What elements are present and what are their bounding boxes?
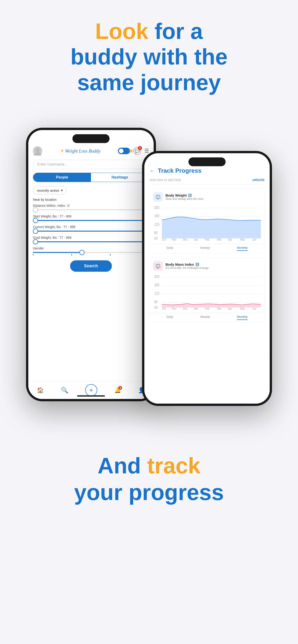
svg-text:Jun: Jun: [252, 307, 256, 310]
svg-text:80: 80: [154, 300, 158, 304]
start-weight-slider-row: Start Weight, lbs : 77 - 999: [33, 214, 149, 221]
bmi-icon: ⚖️: [153, 261, 163, 271]
daily-tab-bw[interactable]: Daily: [166, 246, 173, 251]
filter-row: recently active ▾: [33, 186, 149, 194]
goal-weight-thumb[interactable]: [33, 239, 38, 244]
right-phone-content: ← Track Progress click here to add track…: [144, 153, 270, 404]
chat-badge: 1: [138, 146, 142, 150]
weekly-tab-bw[interactable]: Weekly: [200, 246, 210, 251]
bottom-heading: And track your progress: [74, 452, 224, 506]
back-arrow-icon[interactable]: ←: [149, 168, 155, 174]
hero-section: Look for a buddy with the same journey: [70, 18, 227, 95]
current-weight-track[interactable]: [33, 231, 149, 232]
gender-tick-1: [33, 254, 34, 256]
svg-point-1: [34, 152, 41, 156]
svg-text:80: 80: [154, 231, 158, 235]
gender-tick-2: [72, 254, 72, 256]
bell-badge: 4: [118, 386, 122, 390]
search-button[interactable]: Search: [70, 260, 112, 272]
body-weight-icon: ⚖️: [153, 192, 163, 202]
menu-icon[interactable]: ☰: [144, 148, 149, 154]
gender-thumb[interactable]: [79, 250, 85, 255]
current-weight-slider-row: Current Weight, lbs : 77 - 999: [33, 225, 149, 232]
tab-people[interactable]: People: [33, 173, 91, 182]
search-nav-icon[interactable]: 🔍: [61, 387, 68, 394]
svg-text:200: 200: [154, 206, 159, 210]
svg-text:Apr: Apr: [228, 307, 232, 310]
distance-track[interactable]: [33, 209, 149, 210]
right-phone-notch: [188, 158, 226, 166]
svg-text:May: May: [240, 238, 245, 241]
chevron-down-icon: ▾: [61, 188, 63, 192]
gender-ticks: [33, 254, 149, 256]
gender-tick-3: [110, 254, 111, 256]
right-phone: ← Track Progress click here to add track…: [142, 151, 272, 406]
tab-hashtags[interactable]: Hashtags: [91, 173, 149, 182]
svg-text:May: May: [240, 307, 245, 310]
phone-notch: [72, 134, 110, 143]
daily-tab-bmi[interactable]: Daily: [166, 315, 173, 320]
track-header: ← Track Progress: [149, 167, 264, 174]
app-header: ☀ Weight Loss Buddy ☀️ 💬 1 ☰: [33, 146, 149, 156]
bmi-chart: 200 160 120 80 40 Oct: [150, 273, 264, 310]
bmi-info-icon[interactable]: ℹ️: [195, 263, 199, 266]
start-weight-thumb[interactable]: [33, 218, 38, 223]
distance-label: Distance Within, miles : 0: [33, 204, 149, 208]
goal-weight-label: Goal Weight, lbs : 77 - 999: [33, 236, 149, 240]
bell-nav-button[interactable]: 🔔 4: [114, 387, 121, 394]
username-input[interactable]: Enter Username...: [33, 160, 149, 169]
left-phone: ☀ Weight Loss Buddy ☀️ 💬 1 ☰: [26, 128, 156, 401]
add-nav-button[interactable]: +: [85, 384, 97, 396]
gender-section: Gender: [33, 246, 149, 256]
svg-text:120: 120: [154, 292, 159, 296]
body-weight-info: Body Weight ℹ️ Slow and steady wins the …: [165, 193, 204, 200]
distance-thumb[interactable]: [33, 207, 38, 212]
svg-text:160: 160: [154, 283, 159, 287]
update-button[interactable]: UPDATE: [252, 178, 264, 182]
svg-text:Apr: Apr: [228, 238, 232, 241]
svg-text:Jan: Jan: [194, 307, 198, 310]
bmi-card: ⚖️ Body Mass Index ℹ️ It's not a diet. I…: [149, 258, 264, 322]
goal-weight-track[interactable]: [33, 241, 149, 242]
monthly-tab-bmi[interactable]: Monthly: [237, 315, 248, 320]
goal-weight-slider-row: Goal Weight, lbs : 77 - 999: [33, 236, 149, 242]
svg-point-0: [36, 148, 40, 152]
svg-text:Jan: Jan: [194, 238, 198, 241]
start-weight-label: Start Weight, lbs : 77 - 999: [33, 214, 149, 218]
bmi-info: Body Mass Index ℹ️ It's not a diet. It's…: [165, 262, 209, 270]
home-nav-icon[interactable]: 🏠: [37, 387, 44, 394]
left-phone-content: ☀ Weight Loss Buddy ☀️ 💬 1 ☰: [28, 130, 154, 399]
add-track-text[interactable]: click here to add track: [149, 178, 181, 182]
bmi-subtitle: It's not a diet. It's a lifestyle change…: [165, 266, 209, 270]
right-phone-inner: ← Track Progress click here to add track…: [144, 153, 270, 404]
chat-button[interactable]: 💬 1: [133, 146, 142, 155]
svg-text:Mar: Mar: [217, 307, 222, 310]
bottom-text-section: And track your progress: [74, 452, 224, 506]
weekly-tab-bmi[interactable]: Weekly: [200, 315, 210, 320]
svg-text:Feb: Feb: [205, 307, 210, 310]
theme-toggle[interactable]: ☀️: [118, 148, 130, 154]
body-weight-info-icon[interactable]: ℹ️: [188, 194, 192, 197]
bmi-title: Body Mass Index: [165, 262, 194, 266]
body-weight-chart-tabs: Daily Weekly Monthly: [150, 244, 264, 251]
filter-dropdown[interactable]: recently active ▾: [33, 186, 67, 194]
hero-heading: Look for a buddy with the same journey: [70, 18, 227, 95]
current-weight-label: Current Weight, lbs : 77 - 999: [33, 225, 149, 229]
distance-slider-row: Distance Within, miles : 0: [33, 204, 149, 210]
monthly-tab-bw[interactable]: Monthly: [237, 246, 248, 251]
body-weight-subtitle: Slow and steady wins the race.: [165, 197, 204, 200]
svg-text:40: 40: [154, 236, 158, 240]
body-weight-title: Body Weight: [165, 193, 187, 197]
gender-label: Gender: [33, 246, 149, 250]
svg-text:Nov: Nov: [172, 238, 177, 241]
start-weight-track[interactable]: [33, 220, 149, 221]
gender-track[interactable]: [33, 252, 149, 253]
app-logo: ☀ Weight Loss Buddy: [60, 148, 101, 154]
svg-text:Dec: Dec: [183, 307, 187, 310]
track-progress-title: Track Progress: [158, 167, 201, 174]
current-weight-thumb[interactable]: [33, 228, 38, 234]
body-weight-chart: 200 160 120 80 40 Oct: [150, 204, 264, 241]
nearby-label: Near by location: [33, 198, 149, 202]
svg-text:120: 120: [154, 222, 159, 226]
bmi-card-header: ⚖️ Body Mass Index ℹ️ It's not a diet. I…: [150, 261, 264, 271]
